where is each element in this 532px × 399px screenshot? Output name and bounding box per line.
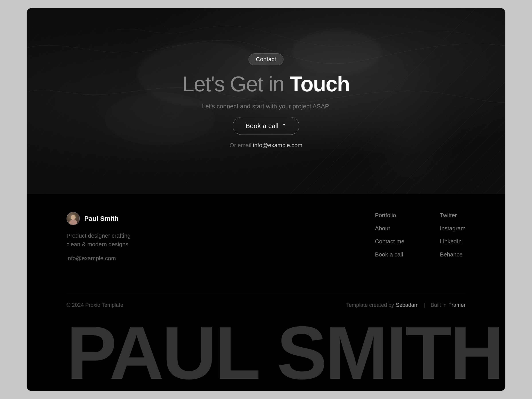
nav-link-linkedin[interactable]: LinkedIn (440, 238, 466, 245)
hero-content: Contact Let's Get in Touch Let's connect… (183, 53, 349, 149)
book-call-button[interactable]: Book a call ↗ (233, 117, 299, 135)
nav-link-twitter[interactable]: Twitter (440, 212, 466, 219)
author-email: info@example.com (66, 255, 131, 262)
watermark-name: PAUL SMITH (66, 319, 505, 391)
creator-name[interactable]: Sebadam (396, 302, 419, 308)
built-by: Template created by Sebadam | Built in F… (346, 302, 466, 308)
footer-author: Paul Smith Product designer crafting cle… (66, 212, 131, 262)
book-call-label: Book a call (245, 122, 279, 130)
author-desc-line2: clean & modern designs (66, 240, 131, 249)
author-row: Paul Smith (66, 212, 131, 225)
arrow-icon: ↗ (280, 122, 288, 130)
watermark-section: PAUL SMITH (27, 319, 505, 391)
template-prefix: Template created by (346, 302, 394, 308)
nav-link-book-call[interactable]: Book a call (375, 251, 404, 258)
avatar (66, 212, 80, 225)
page-wrapper: Contact Let's Get in Touch Let's connect… (27, 8, 505, 391)
nav-link-behance[interactable]: Behance (440, 251, 466, 258)
footer-nav-col-1: Portfolio About Contact me Book a call (375, 212, 404, 258)
platform-name[interactable]: Framer (449, 302, 466, 308)
author-name: Paul Smith (84, 215, 119, 222)
built-prefix: Built in (431, 302, 447, 308)
footer-bottom: © 2024 Proxio Template Template created … (66, 293, 466, 319)
contact-badge: Contact (248, 53, 284, 65)
footer-section: Paul Smith Product designer crafting cle… (27, 194, 505, 319)
nav-link-portfolio[interactable]: Portfolio (375, 212, 404, 219)
email-prefix: Or email (230, 142, 253, 149)
hero-title-prefix: Let's Get in (183, 72, 290, 96)
author-description: Product designer crafting clean & modern… (66, 231, 131, 249)
separator: | (424, 302, 425, 308)
nav-link-instagram[interactable]: Instagram (440, 225, 466, 232)
hero-title-highlight: Touch (290, 72, 349, 96)
hero-subtitle: Let's connect and start with your projec… (202, 103, 330, 110)
author-desc-line1: Product designer crafting (66, 231, 131, 240)
hero-title: Let's Get in Touch (183, 72, 349, 96)
hero-section: Contact Let's Get in Touch Let's connect… (27, 8, 505, 194)
nav-link-contact[interactable]: Contact me (375, 238, 404, 245)
nav-link-about[interactable]: About (375, 225, 404, 232)
footer-nav: Portfolio About Contact me Book a call T… (375, 212, 466, 258)
email-hint: Or email info@example.com (230, 142, 302, 149)
footer-nav-col-2: Twitter Instagram LinkedIn Behance (440, 212, 466, 258)
copyright: © 2024 Proxio Template (66, 302, 123, 308)
email-link[interactable]: info@example.com (253, 142, 302, 149)
avatar-image (67, 212, 79, 225)
footer-top: Paul Smith Product designer crafting cle… (66, 194, 466, 293)
